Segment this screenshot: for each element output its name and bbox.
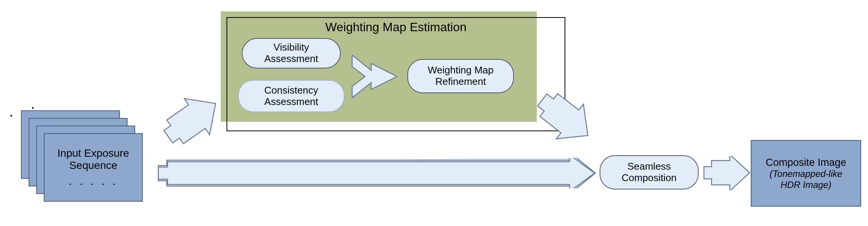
arrow-long-right-icon bbox=[156, 158, 598, 188]
output-line2b: Tonemapped-like bbox=[772, 169, 842, 179]
consistency-line2: Assessment bbox=[264, 96, 318, 107]
visibility-line2: Assessment bbox=[264, 53, 318, 64]
arrow-down-right-icon bbox=[533, 86, 598, 150]
arrow-right-icon bbox=[702, 156, 752, 190]
ellipsis-bottom: . . . . . bbox=[69, 175, 118, 188]
arrow-up-right-icon bbox=[160, 89, 225, 150]
input-title-1: Input Exposure bbox=[57, 147, 129, 159]
diagram-canvas: . . . Input Exposure Sequence . . . . . … bbox=[0, 0, 868, 226]
merge-arrow-icon bbox=[348, 51, 402, 105]
refinement-pill: Weighting Map Refinement bbox=[407, 59, 514, 93]
refinement-line1: Weighting Map bbox=[428, 64, 494, 76]
consistency-pill: Consistency Assessment bbox=[238, 80, 345, 112]
visibility-line1: Visibility bbox=[273, 41, 309, 53]
seamless-line1: Seamless bbox=[627, 161, 671, 172]
output-paren-close: ) bbox=[828, 180, 831, 190]
refinement-line2: Refinement bbox=[436, 76, 486, 87]
visibility-pill: Visibility Assessment bbox=[242, 38, 341, 68]
input-title-2: Sequence bbox=[69, 159, 117, 172]
output-line3: HDR Image bbox=[780, 180, 828, 190]
wme-title: Weighting Map Estimation bbox=[227, 20, 565, 34]
seamless-pill: Seamless Composition bbox=[600, 155, 699, 189]
input-card-front: Input Exposure Sequence . . . . . bbox=[44, 133, 143, 202]
consistency-line1: Consistency bbox=[264, 84, 318, 96]
output-box: Composite Image (Tonemapped-like HDR Ima… bbox=[751, 140, 861, 207]
seamless-line2: Composition bbox=[622, 172, 677, 183]
output-line1: Composite Image bbox=[766, 156, 846, 169]
